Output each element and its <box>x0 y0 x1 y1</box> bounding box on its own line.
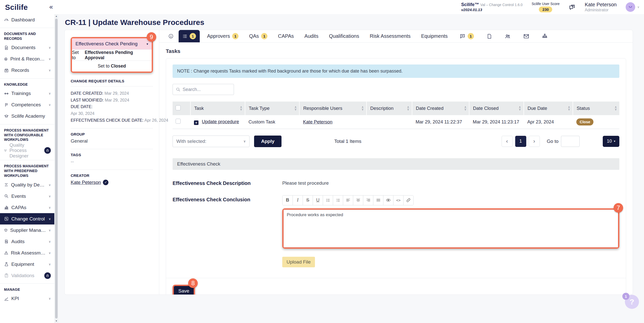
qas-count-badge: 1 <box>261 33 267 39</box>
goto-page-input[interactable] <box>561 136 580 147</box>
tab-capas[interactable]: CAPAs <box>273 30 299 42</box>
tab-equipments[interactable]: Equipments <box>416 30 453 42</box>
sort-icons[interactable]: ∧∨ <box>568 106 570 111</box>
with-selected-dropdown[interactable]: With selected: ∨ <box>173 136 250 147</box>
justify-button[interactable] <box>373 196 383 205</box>
row-checkbox[interactable] <box>176 119 181 124</box>
sidebar-item-kpi[interactable]: KPI ∨ <box>0 293 54 304</box>
page-size-select[interactable]: 10 ▾ <box>603 136 619 147</box>
sidebar-item-supplier-management[interactable]: Supplier Management ∨ <box>0 224 54 236</box>
chevron-down-icon[interactable]: ∨ <box>637 5 639 9</box>
align-right-button[interactable] <box>363 196 373 205</box>
scroll-down-icon[interactable]: ▼ <box>55 319 58 323</box>
tab-qas[interactable]: QAs 1 <box>244 30 273 42</box>
search-input[interactable] <box>183 87 231 92</box>
prev-page-button[interactable]: ‹ <box>502 136 513 147</box>
column-description[interactable]: Description ∧∨ <box>367 102 412 115</box>
align-left-button[interactable] <box>343 196 353 205</box>
sort-icons[interactable]: ∧∨ <box>361 106 364 111</box>
sidebar-collapse-icon[interactable]: « <box>49 3 53 11</box>
sort-icons[interactable]: ∧∨ <box>615 106 617 111</box>
next-page-button[interactable]: › <box>529 136 540 147</box>
sidebar-item-equipment[interactable]: Equipment ∨ <box>0 259 54 270</box>
tab-tasks[interactable]: 1 <box>179 30 200 42</box>
sidebar-item-quality-by-design[interactable]: Quality by Design ∨ <box>0 179 54 190</box>
column-due-date[interactable]: Due Date ∧∨ <box>524 102 573 115</box>
status-option-effectiveness-pending-approval[interactable]: Set to Effectiveness Pending Approval <box>72 49 152 60</box>
sort-icons[interactable]: ∧∨ <box>464 106 466 111</box>
select-all-checkbox[interactable] <box>176 105 181 110</box>
tab-info[interactable] <box>165 30 177 42</box>
tab-approvers[interactable]: Approvers 1 <box>202 30 244 42</box>
align-center-button[interactable] <box>353 196 363 205</box>
sidebar-item-risk-assessments[interactable]: Risk Assessments ∨ <box>0 247 54 259</box>
sort-icons[interactable]: ∧∨ <box>407 106 409 111</box>
column-responsible-users[interactable]: Responsible Users ∧∨ <box>299 102 366 115</box>
italic-button[interactable]: I <box>293 196 303 205</box>
sidebar-item-documents[interactable]: Documents ∨ <box>0 42 54 53</box>
user-menu[interactable]: ∨ <box>626 2 639 12</box>
bold-button[interactable]: B <box>283 196 293 205</box>
vertical-scrollbar[interactable]: ▲ ▼ <box>54 14 58 323</box>
underline-button[interactable]: U <box>313 196 323 205</box>
sidebar-item-audits[interactable]: Audits ∨ <box>0 236 54 247</box>
task-link[interactable]: Update procedure <box>202 119 239 124</box>
column-task[interactable]: Task ∧∨ <box>190 102 245 115</box>
sort-icons[interactable]: ∧∨ <box>240 106 242 111</box>
code-view-button[interactable]: <> <box>393 196 403 205</box>
conclusion-textarea[interactable]: Procedure works as expected <box>284 210 618 247</box>
sidebar-item-change-control[interactable]: Change Control ∨ <box>0 213 54 224</box>
preview-button[interactable] <box>383 196 393 205</box>
numbered-list-button[interactable] <box>333 196 343 205</box>
strikethrough-button[interactable]: S <box>303 196 313 205</box>
tab-users[interactable] <box>502 33 514 39</box>
scrollbar-thumb[interactable] <box>55 19 58 318</box>
tab-risk-assessments[interactable]: Risk Assessments <box>365 30 416 42</box>
column-task-type[interactable]: Task Type ∧∨ <box>245 102 300 115</box>
column-status[interactable]: Status ∧∨ <box>573 102 619 115</box>
sidebar-item-competences[interactable]: Competences ∨ <box>0 99 54 111</box>
creator-link[interactable]: Kate Peterson <box>71 180 101 185</box>
tab-qualifications[interactable]: Qualifications <box>324 30 365 42</box>
column-date-created[interactable]: Date Created ∧∨ <box>412 102 469 115</box>
tab-documents[interactable] <box>484 34 495 39</box>
apply-button[interactable]: Apply <box>254 136 281 147</box>
sidebar-item-capas[interactable]: CAPAs ∨ <box>0 202 54 213</box>
right-panel: 1 Approvers 1 QAs 1 CAPAs Audits Qualifi… <box>159 30 633 295</box>
sidebar-item-records[interactable]: Records ∨ <box>0 65 54 76</box>
sidebar-item-dashboard[interactable]: Dashboard <box>0 14 54 25</box>
page-1-button[interactable]: 1 <box>515 136 526 147</box>
tab-comments[interactable]: 1 <box>457 33 477 39</box>
sidebar-item-print-reconciliation[interactable]: Print & Reconciliation ∨ <box>0 53 54 65</box>
tab-mail[interactable] <box>520 33 532 39</box>
last-modified: LAST MODIFIED: Mar 29, 2024 <box>71 97 153 104</box>
upload-file-button[interactable]: Upload File <box>282 257 315 267</box>
sort-icons[interactable]: ∧∨ <box>295 106 297 111</box>
section-documents-and-records: DOCUMENTS AND RECORDS <box>4 31 50 41</box>
sidebar-item-quality-process-designer[interactable]: Quality Process Designer <box>0 143 54 158</box>
divider <box>71 170 153 170</box>
sidebar-item-validations[interactable]: Validations <box>0 270 54 281</box>
scroll-up-icon[interactable]: ▲ <box>55 14 58 18</box>
sidebar-item-scilife-academy[interactable]: Scilife Academy <box>0 111 54 122</box>
capas-icon <box>4 205 9 210</box>
expand-task-icon[interactable]: + <box>194 120 198 125</box>
feedback-icon[interactable] <box>569 4 576 11</box>
link-button[interactable] <box>403 196 413 205</box>
status-dropdown[interactable]: Effectiveness Check Pending ▾ <box>72 38 152 49</box>
sort-icons[interactable]: ∧∨ <box>519 106 521 111</box>
status-option-closed[interactable]: Set to Closed <box>72 60 152 72</box>
date-closed-cell: Mar 29, 2024 11:23:17 <box>469 115 524 129</box>
tab-audits[interactable]: Audits <box>299 30 324 42</box>
tags-heading: TAGS <box>71 153 153 157</box>
responsible-user-link[interactable]: Kate Peterson <box>303 119 332 124</box>
tab-hierarchy[interactable] <box>539 33 551 39</box>
printer-icon <box>4 57 8 61</box>
column-date-closed[interactable]: Date Closed ∧∨ <box>469 102 524 115</box>
eye-icon <box>386 198 391 203</box>
sidebar-item-events[interactable]: Events ∨ <box>0 190 54 202</box>
avatar[interactable] <box>626 2 635 12</box>
help-button[interactable]: ? 1 <box>625 295 639 309</box>
sidebar-item-trainings[interactable]: Trainings ∨ <box>0 88 54 99</box>
bullet-list-button[interactable] <box>323 196 333 205</box>
